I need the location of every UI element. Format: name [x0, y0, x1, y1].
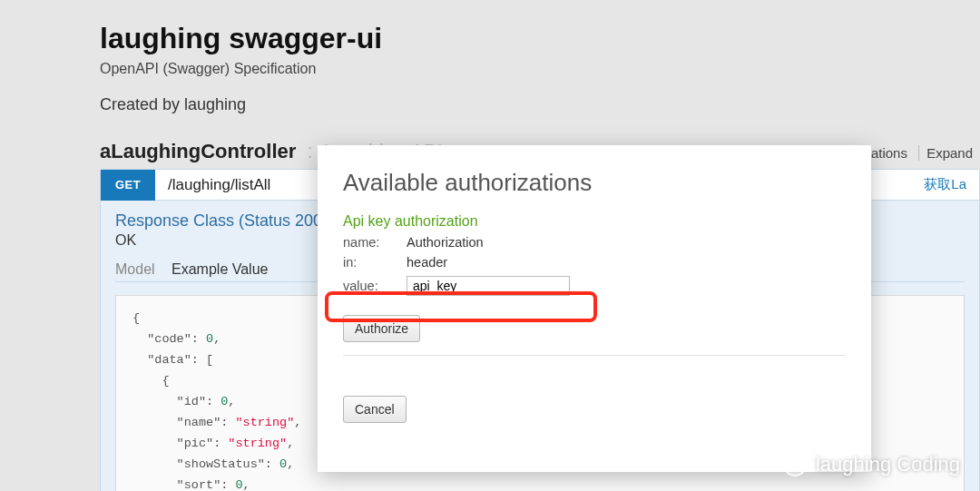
controller-name[interactable]: aLaughingController	[100, 140, 296, 162]
auth-name-label: name:	[343, 235, 407, 250]
tab-model[interactable]: Model	[115, 261, 155, 277]
cancel-button[interactable]: Cancel	[343, 396, 407, 423]
controller-separator: :	[301, 140, 318, 162]
dialog-title: Available authorizations	[343, 169, 846, 197]
authorize-button[interactable]: Authorize	[343, 315, 420, 342]
auth-in-value: header	[407, 255, 447, 270]
auth-name-row: name: Authorization	[343, 235, 846, 250]
operation-title: 获取La	[924, 176, 979, 193]
auth-in-label: in:	[343, 255, 407, 270]
auth-in-row: in: header	[343, 255, 846, 270]
http-method-badge: GET	[101, 170, 155, 201]
created-by: Created by laughing	[100, 95, 980, 114]
authorizations-dialog: Available authorizations Api key authori…	[318, 145, 871, 472]
link-expand[interactable]: Expand	[918, 145, 980, 161]
page-title: laughing swagger-ui	[100, 22, 980, 55]
auth-name-value: Authorization	[407, 235, 484, 250]
spec-label: OpenAPI (Swagger) Specification	[100, 61, 980, 77]
api-key-auth-heading: Api key authorization	[343, 213, 846, 230]
auth-value-row: value:	[343, 275, 570, 297]
auth-value-label: value:	[343, 279, 407, 293]
tab-example-value[interactable]: Example Value	[172, 261, 268, 277]
auth-value-input[interactable]	[407, 276, 570, 296]
